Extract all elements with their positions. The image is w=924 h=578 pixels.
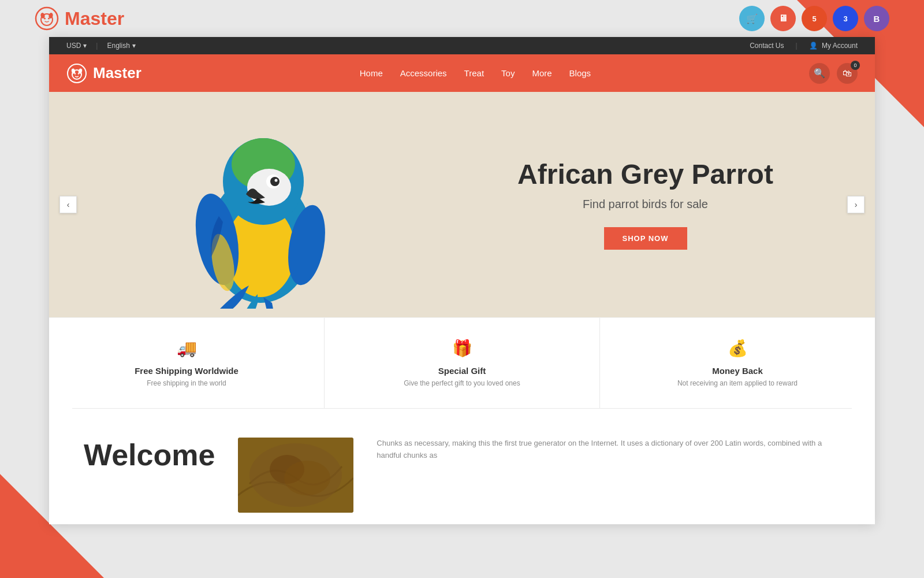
currency-selector[interactable]: USD ▾ — [66, 42, 87, 50]
search-button[interactable]: 🔍 — [809, 63, 830, 84]
svg-point-3 — [41, 14, 53, 25]
admin-bar: Master 🛒 🖥 5 3 B — [0, 0, 924, 37]
svg-point-20 — [270, 177, 280, 186]
admin-icon-desktop[interactable]: 🖥 — [770, 6, 796, 31]
language-selector[interactable]: English ▾ — [107, 42, 135, 50]
hero-content: African Grey Parrot Find parrot birds fo… — [49, 101, 875, 309]
currency-chevron: ▾ — [83, 42, 87, 50]
nav-item-blogs[interactable]: Blogs — [569, 65, 591, 81]
svg-point-6 — [68, 64, 86, 83]
nav-item-toy[interactable]: Toy — [501, 65, 515, 81]
parrot-illustration — [168, 101, 353, 309]
hero-title: African Grey Parrot — [462, 160, 829, 190]
nav-header: Master Home Accessories Treat Toy More B… — [49, 54, 875, 92]
svg-point-5 — [48, 18, 50, 20]
language-label: English — [107, 42, 129, 50]
top-bar: USD ▾ | English ▾ Contact Us | 👤 My Acco… — [49, 37, 875, 54]
feature-shipping-desc: Free shipping in the world — [147, 379, 226, 387]
shipping-icon: 🚚 — [177, 339, 197, 358]
slider-next-button[interactable]: › — [847, 196, 865, 213]
nav-dog-icon — [66, 63, 87, 84]
svg-point-11 — [78, 73, 79, 74]
feature-moneyback-desc: Not receiving an item applied to reward — [677, 379, 798, 387]
feature-free-shipping: 🚚 Free Shipping Worldwide Free shipping … — [49, 318, 325, 408]
cart-icon: 🛍 — [843, 68, 852, 79]
admin-logo: Master — [35, 6, 124, 31]
feature-gift-desc: Give the perfect gift to you loved ones — [404, 379, 520, 387]
svg-point-10 — [74, 73, 76, 74]
admin-icon-cart[interactable]: 🛒 — [739, 6, 765, 31]
cart-button[interactable]: 🛍 0 — [837, 63, 858, 84]
my-account-label: My Account — [822, 42, 858, 50]
nav-item-treat[interactable]: Treat — [464, 65, 484, 81]
my-account-link[interactable]: 👤 My Account — [809, 42, 858, 50]
welcome-title-text: Welcome — [84, 438, 215, 472]
moneyback-icon: 💰 — [728, 339, 748, 358]
svg-point-21 — [274, 179, 277, 182]
welcome-section: Welcome Chunks as necessary, making this… — [49, 409, 875, 524]
admin-icon-bootstrap[interactable]: B — [864, 6, 889, 31]
nav-menu: Home Accessories Treat Toy More Blogs — [360, 65, 591, 81]
hero-subtitle: Find parrot birds for sale — [462, 198, 829, 211]
feature-money-back: 💰 Money Back Not receiving an item appli… — [600, 318, 875, 408]
welcome-title: Welcome — [84, 438, 215, 472]
gift-icon: 🎁 — [452, 339, 472, 358]
feature-gift-title: Special Gift — [438, 366, 486, 376]
admin-logo-text: Master — [65, 8, 124, 29]
nav-item-home[interactable]: Home — [360, 65, 383, 81]
hero-slider: ‹ — [49, 92, 875, 317]
svg-point-9 — [72, 70, 81, 79]
dog-logo-icon — [35, 6, 59, 31]
svg-point-0 — [36, 8, 58, 29]
nav-item-more[interactable]: More — [532, 65, 552, 81]
welcome-body-text: Chunks as necessary, making this the fir… — [377, 438, 840, 462]
nav-actions: 🔍 🛍 0 — [809, 63, 858, 84]
search-icon: 🔍 — [814, 68, 825, 79]
nav-item-accessories[interactable]: Accessories — [400, 65, 447, 81]
hero-image-area — [95, 101, 426, 309]
top-bar-left: USD ▾ | English ▾ — [66, 42, 136, 50]
feature-shipping-title: Free Shipping Worldwide — [135, 366, 239, 376]
nav-logo-text: Master — [93, 64, 141, 82]
feature-special-gift: 🎁 Special Gift Give the perfect gift to … — [325, 318, 600, 408]
svg-point-18 — [247, 169, 291, 206]
welcome-image-svg — [238, 438, 353, 513]
currency-label: USD — [66, 42, 81, 50]
shop-now-button[interactable]: SHOP NOW — [604, 227, 687, 250]
svg-point-27 — [284, 461, 330, 495]
feature-moneyback-title: Money Back — [712, 366, 763, 376]
language-chevron: ▾ — [132, 42, 136, 50]
admin-icons: 🛒 🖥 5 3 B — [739, 6, 889, 31]
contact-us-link[interactable]: Contact Us — [750, 42, 784, 50]
hero-text-area: African Grey Parrot Find parrot birds fo… — [462, 160, 829, 250]
nav-logo: Master — [66, 63, 141, 84]
cart-badge: 0 — [851, 61, 860, 70]
slider-prev-button[interactable]: ‹ — [59, 196, 77, 213]
features-bar: 🚚 Free Shipping Worldwide Free shipping … — [49, 317, 875, 408]
top-bar-right: Contact Us | 👤 My Account — [750, 42, 858, 50]
account-icon: 👤 — [809, 42, 818, 50]
welcome-image — [238, 438, 353, 513]
admin-icon-html5[interactable]: 5 — [802, 6, 827, 31]
svg-point-4 — [44, 18, 46, 20]
store-wrapper: USD ▾ | English ▾ Contact Us | 👤 My Acco… — [49, 37, 875, 524]
admin-icon-css3[interactable]: 3 — [833, 6, 858, 31]
